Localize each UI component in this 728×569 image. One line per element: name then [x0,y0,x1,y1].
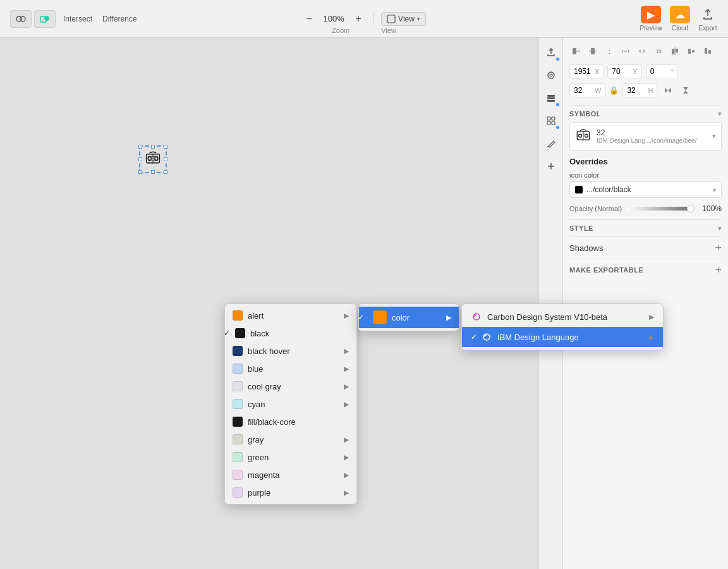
add-exportable-button[interactable]: + [715,264,722,276]
symbol-section-header[interactable]: SYMBOL ▾ [569,105,722,122]
color-override-dropdown[interactable]: .../color/black ▾ [569,181,722,198]
view-button[interactable]: View ▾ [381,12,426,26]
menu-item-cyan[interactable]: cyan ▶ [225,395,356,413]
canvas-element[interactable] [139,145,177,183]
menu-level2: ✓ color ▶ [358,303,459,331]
menu-item-black[interactable]: ✓ black [225,324,356,342]
view-footer-label: View [381,27,396,34]
h-field[interactable]: 32 H [622,83,657,97]
menu-item-gray[interactable]: gray ▶ [225,431,356,448]
handle-br[interactable] [164,170,167,174]
cloud-button[interactable]: ☁ Cloud [670,6,690,32]
element-selection-box [139,145,167,173]
swatch-blue [233,364,243,374]
dropdown-arrow: ▾ [713,187,716,193]
svg-rect-17 [552,117,555,120]
style-section-header[interactable]: STYLE ▾ [569,219,722,236]
svg-point-1 [20,16,25,21]
intersect-button[interactable] [10,10,32,28]
color-check: ✓ [358,313,364,322]
align-link2-button[interactable] [635,44,649,58]
shadows-label: Shadows [569,243,603,253]
menu-item-black-hover[interactable]: black hover ▶ [225,342,356,360]
swatch-fill-black-core [233,417,243,427]
align-center-h-button[interactable] [586,44,600,58]
handle-bm[interactable] [151,170,155,174]
x-field[interactable]: 1951 X [569,64,604,78]
symbol-bee-icon [575,126,592,146]
w-field[interactable]: 32 W [569,83,605,97]
handle-ml[interactable] [138,157,142,161]
menu-item-fill-black-core[interactable]: fill/black-core [225,413,356,431]
rotation-field[interactable]: 0 ° [646,64,678,78]
align-link-button[interactable] [619,44,633,58]
label-blue: blue [248,364,264,374]
color-arrow: ▶ [446,314,451,322]
swatch-gray [233,434,243,444]
handle-tm[interactable] [151,145,155,149]
sidebar-icon-pen[interactable] [542,134,561,153]
align-center-v-button[interactable] [684,44,698,58]
handle-mr[interactable] [164,157,167,161]
ibm-arrow: ▶ [649,333,654,341]
align-top-button[interactable] [668,44,682,58]
preview-label: Preview [640,25,662,32]
opacity-slider[interactable] [627,207,695,211]
align-bottom-button[interactable] [701,44,715,58]
y-field[interactable]: 70 Y [607,64,641,78]
align-dots-button[interactable]: ⋮ [602,44,616,58]
intersect-label: Intersect [63,15,92,23]
zoom-minus-button[interactable]: − [302,12,316,26]
difference-button[interactable] [34,10,56,28]
sidebar-icon-plus[interactable] [542,157,561,176]
menu-item-carbon[interactable]: Carbon Design System V10-beta ▶ [462,307,663,327]
sidebar-icon-settings[interactable] [542,66,561,85]
lock-icon[interactable]: 🔒 [609,86,619,95]
handle-bl[interactable] [138,170,142,174]
rotation-label: ° [671,68,674,75]
menu-item-magenta[interactable]: magenta ▶ [225,466,356,484]
arrow-green: ▶ [344,453,349,462]
add-shadow-button[interactable]: + [715,242,722,254]
sidebar-icon-layers[interactable] [542,89,561,107]
position-row: 1951 X 70 Y 0 ° [569,64,722,78]
flip-v-button[interactable] [679,83,693,97]
symbol-title: SYMBOL [569,110,601,118]
menu-item-purple[interactable]: purple ▶ [225,484,356,501]
ibm-label: IBM Design Language [497,333,579,342]
sidebar-icon-upload[interactable] [542,43,561,62]
zoom-plus-button[interactable]: + [351,12,365,26]
handle-tl[interactable] [138,145,142,149]
svg-rect-27 [676,49,678,52]
toolbar-right: ▶ Preview ☁ Cloud Export [640,6,718,32]
toolbar-left: Intersect Difference [10,10,137,28]
bee-icon [144,149,162,170]
preview-button[interactable]: ▶ Preview [640,6,662,32]
symbol-info: 32 IBM Design Lang.../icon/image/bee/ [597,128,707,144]
label-alert: alert [248,311,264,321]
carbon-icon [471,311,482,322]
svg-rect-30 [692,50,695,52]
menu-item-cool-gray[interactable]: cool gray ▶ [225,377,356,395]
svg-rect-15 [547,100,555,102]
menu-item-green[interactable]: green ▶ [225,448,356,466]
svg-rect-14 [547,97,555,99]
y-value: 70 [612,67,631,76]
symbol-item[interactable]: 32 IBM Design Lang.../icon/image/bee/ ▾ [569,122,722,150]
sidebar-icon-grid[interactable] [542,111,561,130]
label-black-hover: black hover [248,346,289,356]
y-label: Y [633,68,637,75]
align-link3-button[interactable] [652,44,665,58]
flip-h-button[interactable] [661,83,675,97]
label-green: green [248,453,269,462]
handle-tr[interactable] [164,145,167,149]
export-button[interactable]: Export [698,6,718,32]
menu-item-color[interactable]: ✓ color ▶ [359,307,459,328]
align-left-button[interactable] [569,44,583,58]
swatch-cool-gray [233,381,243,391]
menu-item-blue[interactable]: blue ▶ [225,360,356,377]
menu-item-alert[interactable]: alert ▶ [225,307,356,324]
menu-item-ibm[interactable]: ✓ IBM Design Language ▶ [462,327,663,347]
arrow-alert: ▶ [344,312,349,320]
swatch-alert [233,310,243,321]
